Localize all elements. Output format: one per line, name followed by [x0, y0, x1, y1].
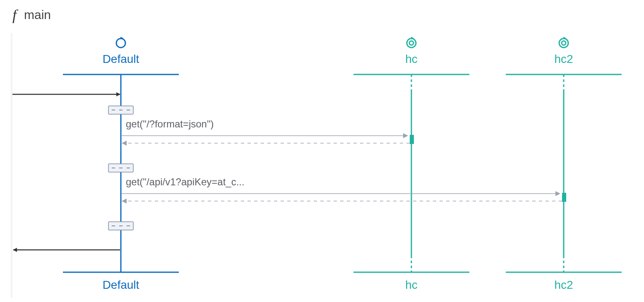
function-name: main: [24, 8, 51, 22]
endpoint-icon: [559, 37, 568, 48]
participant-hc[interactable]: hc hc: [353, 37, 469, 291]
gap-box: [108, 222, 133, 230]
message-call1-label: get("/?format=json"): [126, 118, 214, 129]
sequence-diagram: Default Default hc: [0, 33, 644, 302]
svg-point-1: [407, 38, 416, 48]
participant-default-bottom-label: Default: [103, 278, 139, 291]
header: f main: [12, 7, 51, 22]
participant-hc2[interactable]: hc2 hc2: [506, 37, 622, 291]
svg-point-2: [409, 41, 413, 45]
activation-hc: [410, 135, 414, 144]
svg-point-4: [562, 41, 566, 45]
svg-point-3: [559, 38, 568, 48]
message-call1[interactable]: get("/?format=json"): [122, 118, 414, 144]
participant-hc-bottom-label: hc: [405, 278, 418, 291]
participant-hc2-top-label: hc2: [554, 53, 573, 65]
participant-hc2-bottom-label: hc2: [554, 278, 573, 291]
participant-hc-top-label: hc: [405, 53, 418, 65]
participant-default-top-label: Default: [103, 53, 139, 65]
worker-icon: [116, 37, 125, 48]
endpoint-icon: [407, 37, 416, 48]
message-call2-label: get("/api/v1?apiKey=at_c...: [126, 176, 245, 187]
svg-point-0: [116, 38, 125, 48]
gap-box: [108, 164, 133, 172]
message-call2[interactable]: get("/api/v1?apiKey=at_c...: [122, 176, 566, 202]
activation-hc2: [562, 193, 566, 202]
function-symbol-icon: f: [12, 7, 17, 22]
gap-box: [108, 106, 133, 114]
